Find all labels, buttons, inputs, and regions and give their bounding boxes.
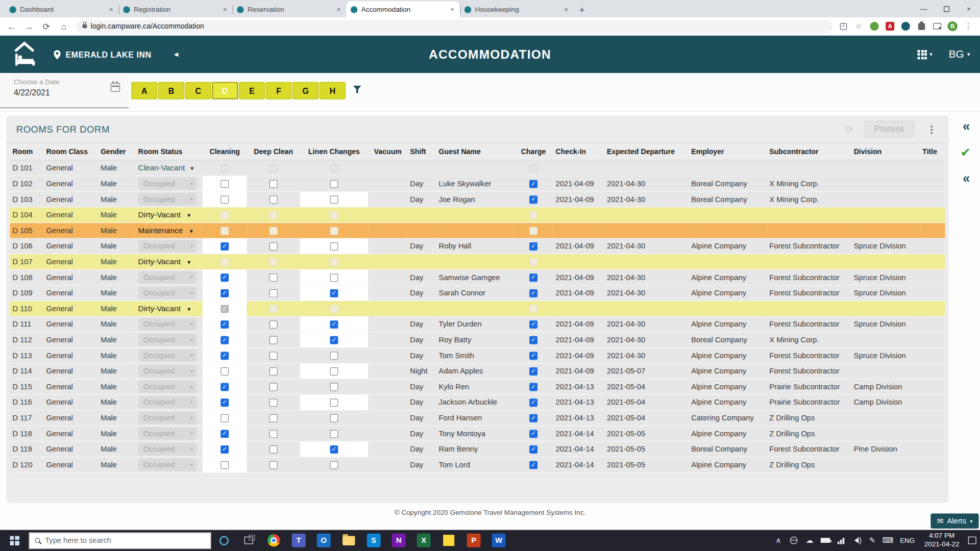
- action-center-icon[interactable]: [964, 530, 980, 551]
- collapse-caret-icon[interactable]: ◀: [174, 51, 178, 57]
- checkbox[interactable]: [270, 383, 278, 391]
- checkbox[interactable]: [330, 430, 338, 438]
- checkbox[interactable]: ✓: [529, 414, 537, 422]
- checkbox[interactable]: ✓: [529, 367, 537, 375]
- url-text[interactable]: login.campware.ca/Accommodation: [91, 22, 204, 30]
- taskbar-app-onenote-icon[interactable]: N: [386, 530, 411, 551]
- checkbox[interactable]: [330, 461, 338, 469]
- bed-logo-icon[interactable]: [11, 41, 37, 67]
- checkbox[interactable]: [330, 352, 338, 360]
- kebab-menu-icon[interactable]: ⋮: [924, 123, 939, 135]
- browser-tab-reservation[interactable]: Reservation×: [233, 1, 347, 17]
- tray-cloud-icon[interactable]: ☁: [802, 530, 818, 551]
- checkbox[interactable]: [270, 242, 278, 250]
- home-icon[interactable]: ⌂: [56, 19, 71, 34]
- checkbox[interactable]: [270, 352, 278, 360]
- back-icon[interactable]: ←: [4, 19, 18, 34]
- property-selector[interactable]: EMERALD LAKE INN ◀: [54, 49, 178, 59]
- taskbar-app-excel-icon[interactable]: X: [411, 530, 436, 551]
- checkbox[interactable]: [330, 367, 338, 375]
- tab-close-icon[interactable]: ×: [222, 6, 228, 13]
- minimize-button[interactable]: —: [913, 0, 935, 17]
- dorm-letter-button-h[interactable]: H: [320, 82, 346, 99]
- checkbox[interactable]: ✓: [529, 289, 537, 297]
- checkbox[interactable]: [270, 445, 278, 453]
- forward-icon[interactable]: →: [21, 19, 36, 34]
- extension-green-icon[interactable]: [869, 20, 880, 32]
- extensions-puzzle-icon[interactable]: [916, 20, 927, 32]
- checkbox[interactable]: ✓: [529, 273, 537, 282]
- checkbox[interactable]: [270, 461, 278, 469]
- room-status-dropdown[interactable]: Clean-Vacant▾: [138, 164, 194, 172]
- taskbar-app-sticky-notes-icon[interactable]: [436, 530, 461, 551]
- tab-close-icon[interactable]: ×: [108, 6, 114, 13]
- checkbox[interactable]: ✓: [330, 289, 338, 297]
- checkbox[interactable]: ✓: [220, 430, 229, 438]
- checkbox[interactable]: ✓: [529, 336, 537, 344]
- taskbar-clock[interactable]: 4:07 PM 2021-04-22: [919, 532, 965, 549]
- taskbar-app-word-icon[interactable]: W: [486, 530, 511, 551]
- collapse-left-icon[interactable]: «: [955, 171, 976, 185]
- checkbox[interactable]: [220, 461, 229, 469]
- checkbox[interactable]: [220, 180, 229, 188]
- checkbox[interactable]: ✓: [529, 398, 537, 407]
- browser-tab-dashboard[interactable]: Dashboard×: [5, 1, 119, 17]
- dorm-letter-button-e[interactable]: E: [239, 82, 265, 99]
- taskbar-app-skype-icon[interactable]: S: [361, 530, 386, 551]
- share-icon[interactable]: ↗: [838, 20, 849, 32]
- checkbox[interactable]: [220, 367, 229, 375]
- room-status-dropdown[interactable]: Dirty-Vacant▾: [138, 211, 191, 219]
- checkbox[interactable]: ✓: [529, 383, 537, 391]
- checkbox[interactable]: ✓: [220, 289, 229, 297]
- alerts-button[interactable]: ✉ Alerts ▾: [931, 514, 979, 529]
- checkbox[interactable]: ✓: [220, 242, 229, 250]
- taskbar-app-outlook-icon[interactable]: O: [311, 530, 336, 551]
- checkbox[interactable]: [270, 398, 278, 407]
- reload-icon[interactable]: ⟳: [39, 19, 54, 34]
- checkbox[interactable]: ✓: [220, 273, 229, 282]
- taskbar-app-chrome-icon[interactable]: [261, 530, 286, 551]
- bookmark-star-icon[interactable]: ☆: [853, 20, 864, 32]
- checkbox[interactable]: [330, 273, 338, 282]
- checkbox[interactable]: ✓: [529, 461, 537, 469]
- checkbox[interactable]: ✓: [220, 336, 229, 344]
- close-button[interactable]: ×: [958, 0, 980, 17]
- checkbox[interactable]: [270, 195, 278, 204]
- dorm-letter-button-c[interactable]: C: [185, 82, 211, 99]
- cortana-icon[interactable]: [211, 530, 236, 551]
- checkbox[interactable]: [330, 414, 338, 422]
- checkbox[interactable]: ✓: [529, 180, 537, 188]
- date-picker[interactable]: Choose a Date 4/22/2021: [0, 73, 129, 108]
- checkbox[interactable]: ✓: [220, 398, 229, 407]
- apps-grid-icon[interactable]: ▾: [918, 49, 933, 59]
- language-indicator[interactable]: ENG: [896, 537, 919, 544]
- calendar-icon[interactable]: [111, 83, 120, 92]
- dorm-letter-button-a[interactable]: A: [131, 82, 157, 99]
- new-tab-button[interactable]: +: [574, 1, 590, 17]
- checkbox[interactable]: [270, 414, 278, 422]
- tray-volume-icon[interactable]: ): [849, 530, 865, 551]
- room-status-dropdown[interactable]: Maintenance▾: [138, 226, 193, 235]
- checkbox[interactable]: ✓: [330, 320, 338, 329]
- extension-teal-icon[interactable]: [900, 20, 911, 32]
- taskbar-app-file-explorer-icon[interactable]: [336, 530, 361, 551]
- user-menu[interactable]: BG ▾: [949, 48, 970, 60]
- taskbar-app-powerpoint-icon[interactable]: P: [461, 530, 486, 551]
- tray-battery-icon[interactable]: [817, 530, 833, 551]
- taskbar-app-teams-icon[interactable]: T: [286, 530, 311, 551]
- collapse-left-icon[interactable]: «: [955, 119, 976, 133]
- start-button[interactable]: [0, 530, 29, 551]
- checkbox[interactable]: [270, 273, 278, 282]
- checkbox[interactable]: ✓: [330, 445, 338, 453]
- checkbox[interactable]: ✓: [529, 352, 537, 360]
- checkbox[interactable]: ✓: [220, 445, 229, 453]
- funnel-icon[interactable]: [353, 86, 361, 94]
- checkbox[interactable]: ✓: [220, 383, 229, 391]
- checkbox[interactable]: [330, 195, 338, 204]
- adobe-acrobat-icon[interactable]: A: [885, 20, 896, 32]
- checkbox[interactable]: [330, 383, 338, 391]
- dorm-letter-button-f[interactable]: F: [265, 82, 291, 99]
- checkbox[interactable]: [270, 180, 278, 188]
- tab-close-icon[interactable]: ×: [563, 6, 570, 13]
- address-bar[interactable]: login.campware.ca/Accommodation: [76, 20, 832, 33]
